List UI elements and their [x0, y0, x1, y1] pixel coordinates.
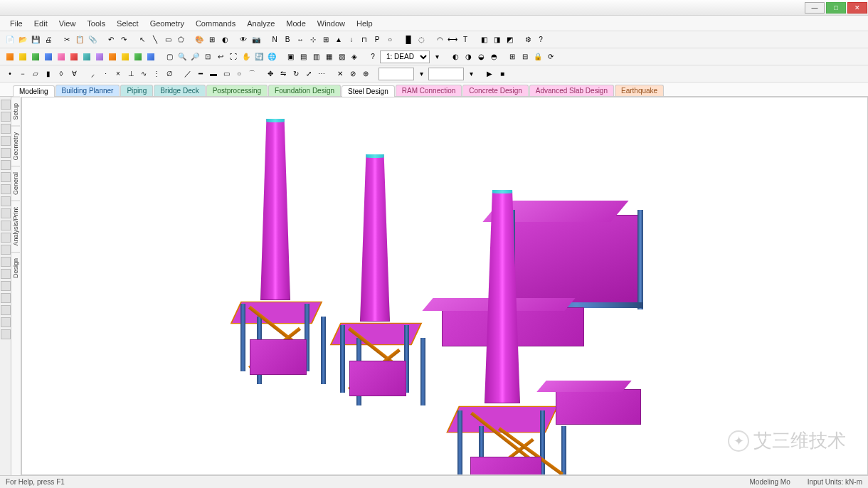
result-c-icon[interactable]: ◒ — [475, 51, 487, 63]
snap-none-icon[interactable]: ∅ — [164, 68, 175, 80]
vtab-analysis[interactable]: Analysis/Print — [11, 201, 20, 252]
select-all-icon[interactable] — [107, 51, 118, 63]
dock-tool-icon[interactable] — [1, 124, 11, 134]
menu-view[interactable]: View — [55, 18, 80, 29]
tab-earthquake[interactable]: Earthquake — [615, 85, 664, 96]
draw-circle-icon[interactable]: ○ — [233, 68, 245, 80]
result-d-icon[interactable]: ◓ — [488, 51, 499, 63]
fill-icon[interactable]: █ — [403, 34, 414, 46]
hide-icon[interactable]: ◌ — [416, 34, 427, 46]
tab-advanced-slab[interactable]: Advanced Slab Design — [529, 85, 614, 96]
menu-tools[interactable]: Tools — [83, 18, 110, 29]
snap-int-icon[interactable]: × — [112, 68, 124, 80]
draw-beam-icon[interactable]: ━ — [195, 68, 206, 80]
rotate-icon[interactable]: 🔄 — [253, 51, 265, 63]
display-b-icon[interactable]: ⊟ — [519, 51, 531, 63]
paste-icon[interactable]: 📎 — [87, 34, 98, 46]
section-icon[interactable]: ⊓ — [359, 34, 370, 46]
dock-tool-icon[interactable] — [1, 112, 11, 122]
axis-icon[interactable]: ⊹ — [307, 34, 319, 46]
filter-solid-icon[interactable]: ▮ — [43, 68, 54, 80]
filter-plate-icon[interactable]: ▱ — [30, 68, 41, 80]
refresh-icon[interactable]: ⟳ — [545, 51, 556, 63]
menu-mode[interactable]: Mode — [282, 18, 310, 29]
select-node-icon[interactable] — [4, 51, 16, 63]
chevron-down-icon[interactable]: ▾ — [431, 51, 443, 63]
draw-line-icon[interactable]: ／ — [182, 68, 194, 80]
scale-icon[interactable]: ⤢ — [303, 68, 314, 80]
filter-surface-icon[interactable]: ◊ — [55, 68, 67, 80]
maximize-button[interactable]: □ — [826, 2, 846, 14]
view-back-icon[interactable]: ▤ — [297, 51, 309, 63]
save-icon[interactable]: 💾 — [30, 34, 41, 46]
dock-tool-icon[interactable] — [1, 317, 11, 327]
menu-file[interactable]: File — [6, 18, 27, 29]
release-icon[interactable]: ○ — [384, 34, 396, 46]
view-iso-icon[interactable]: ◈ — [349, 51, 360, 63]
menu-help[interactable]: Help — [352, 18, 377, 29]
vtab-geometry[interactable]: Geometry — [11, 126, 20, 166]
input-field-1[interactable] — [379, 68, 414, 80]
tool-c-icon[interactable]: ◩ — [504, 34, 515, 46]
stop-icon[interactable]: ■ — [497, 68, 508, 80]
dimension-icon[interactable]: ⟷ — [447, 34, 458, 46]
menu-select[interactable]: Select — [112, 18, 143, 29]
close-button[interactable]: ✕ — [847, 2, 867, 14]
new-icon[interactable]: 📄 — [4, 34, 16, 46]
render-icon[interactable]: 🎨 — [194, 34, 205, 46]
grid-icon[interactable]: ⊞ — [320, 34, 332, 46]
dock-tool-icon[interactable] — [1, 196, 11, 206]
select-surface-icon[interactable] — [55, 51, 67, 63]
tool-b-icon[interactable]: ◨ — [491, 34, 502, 46]
break-icon[interactable]: ⊘ — [347, 68, 359, 80]
vtab-general[interactable]: General — [11, 166, 20, 201]
dim-icon[interactable]: ↔ — [295, 34, 306, 46]
open-icon[interactable]: 📂 — [17, 34, 28, 46]
tab-steel-design[interactable]: Steel Design — [342, 85, 395, 97]
mirror-icon[interactable]: ⇋ — [277, 68, 289, 80]
menu-window[interactable]: Window — [313, 18, 349, 29]
snap-end-icon[interactable]: ⸝ — [87, 68, 98, 80]
array-icon[interactable]: ⋯ — [316, 68, 327, 80]
dock-tool-icon[interactable] — [1, 208, 11, 218]
vtab-setup[interactable]: Setup — [11, 97, 20, 126]
vtab-design[interactable]: Design — [11, 252, 20, 284]
load-icon[interactable]: ↓ — [346, 34, 357, 46]
dock-tool-icon[interactable] — [1, 160, 11, 170]
settings-icon[interactable]: ⚙ — [522, 34, 534, 46]
copy-icon[interactable]: 📋 — [74, 34, 85, 46]
merge-icon[interactable]: ⊕ — [360, 68, 371, 80]
snap-mid-icon[interactable]: ⋅ — [100, 68, 111, 80]
dock-tool-icon[interactable] — [1, 184, 11, 194]
dock-tool-icon[interactable] — [1, 172, 11, 182]
tab-postprocessing[interactable]: Postprocessing — [206, 85, 268, 96]
select-member-icon[interactable] — [120, 51, 131, 63]
load-case-dropdown[interactable]: 1: DEAD — [380, 51, 430, 63]
select-arrow-icon[interactable]: ↖ — [137, 34, 148, 46]
select-line-icon[interactable]: ╲ — [149, 34, 161, 46]
view-top-icon[interactable]: ▧ — [336, 51, 347, 63]
snap-near-icon[interactable]: ∿ — [138, 68, 149, 80]
select-region-icon[interactable] — [145, 51, 157, 63]
cursor-icon[interactable]: ▢ — [164, 51, 175, 63]
dock-tool-icon[interactable] — [1, 148, 11, 158]
snap-grid-icon[interactable]: ⋮ — [151, 68, 162, 80]
dock-tool-icon[interactable] — [1, 305, 11, 315]
tab-bridge-deck[interactable]: Bridge Deck — [154, 85, 205, 96]
tab-foundation-design[interactable]: Foundation Design — [268, 85, 341, 96]
draw-arc-icon[interactable]: ⌒ — [246, 68, 258, 80]
cut-icon[interactable]: ✂ — [61, 34, 73, 46]
draw-plate-icon[interactable]: ▬ — [208, 68, 219, 80]
zoom-window-icon[interactable]: ⊡ — [202, 51, 213, 63]
filter-all-icon[interactable]: ∀ — [68, 68, 80, 80]
menu-commands[interactable]: Commands — [191, 18, 240, 29]
tab-piping[interactable]: Piping — [120, 85, 153, 96]
dock-tool-icon[interactable] — [1, 100, 11, 110]
dock-tool-icon[interactable] — [1, 293, 11, 303]
draw-rect-icon[interactable]: ▭ — [221, 68, 232, 80]
tab-ram-connection[interactable]: RAM Connection — [396, 85, 462, 96]
menu-edit[interactable]: Edit — [30, 18, 52, 29]
print-icon[interactable]: 🖨 — [43, 34, 54, 46]
dock-tool-icon[interactable] — [1, 233, 11, 243]
select-group-icon[interactable] — [132, 51, 144, 63]
